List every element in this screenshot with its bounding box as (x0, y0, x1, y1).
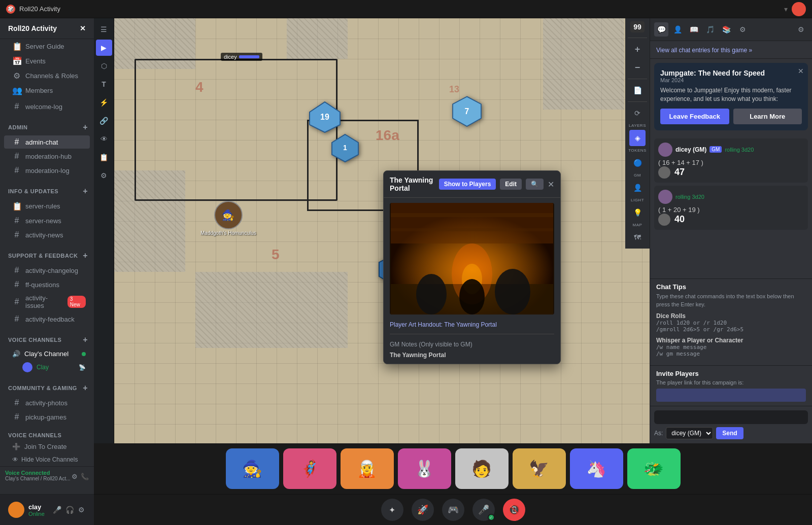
sidebar-item-server-guide[interactable]: 📋 Server Guide (4, 40, 90, 53)
gm-btn[interactable]: 👤 (629, 180, 646, 196)
player-card-1[interactable]: 🧙 (226, 448, 279, 489)
mic-ctrl-btn[interactable]: 🎤 (52, 505, 62, 515)
tab-journal[interactable]: 📖 (687, 22, 701, 37)
hash-icon-issues: # (12, 297, 21, 306)
character-token-maddgoth[interactable]: 🧙 Maddgoth's Homunculus (200, 201, 256, 236)
player-card-7[interactable]: 🦄 (570, 448, 623, 489)
add-voice-btn[interactable]: + (81, 334, 90, 345)
tab-jukebox[interactable]: 🎵 (703, 22, 717, 37)
tip-dice-title: Dice Rolls (656, 312, 806, 320)
chat-text-input[interactable] (659, 413, 803, 421)
right-panel: 💬 👤 📖 🎵 📚 ⚙ ⚙ View all chat entries for … (650, 18, 812, 443)
sidebar-item-server-news[interactable]: # server-news (4, 214, 90, 227)
sidebar-item-activity-photos[interactable]: # activity-photos (4, 396, 90, 409)
voice-settings-btn[interactable]: ⚙ (72, 473, 78, 480)
sidebar-item-welcome-log[interactable]: # welcome-log (4, 100, 90, 113)
eye-tool-btn[interactable]: 👁 (96, 131, 112, 147)
sidebar-item-members[interactable]: 👥 Members (4, 84, 90, 97)
add-admin-channel-btn[interactable]: + (81, 122, 90, 133)
mic-icon-btn[interactable]: 🎤 ✓ (472, 499, 495, 521)
sidebar-item-channels-roles[interactable]: ⚙ Channels & Roles (4, 69, 90, 83)
sidebar-item-activity-feedback[interactable]: # activity-feedback (4, 312, 90, 326)
play-tool-btn[interactable]: ▶ (96, 40, 112, 56)
sidebar-item-server-rules[interactable]: 📋 server-rules (4, 199, 90, 213)
layers-active-btn[interactable]: ◈ (629, 130, 646, 146)
refresh-tool-btn[interactable]: ⟳ (629, 105, 646, 121)
page-tool-btn[interactable]: 📄 (629, 82, 646, 98)
jumpgate-close-btn[interactable]: ✕ (798, 67, 804, 75)
room-number-5: 5 (272, 247, 280, 263)
handout-popup: The Yawning Portal Show to Players Edit … (383, 170, 561, 364)
sidebar-item-activity-issues[interactable]: # activity-issues 3 New (4, 292, 90, 311)
add-info-channel-btn[interactable]: + (81, 186, 90, 197)
leave-feedback-btn[interactable]: Leave Feedback (660, 109, 729, 124)
map-btn[interactable]: 🗺 (629, 229, 646, 246)
game-icon-btn[interactable]: 🎮 (442, 499, 464, 521)
sidebar-item-moderation-log[interactable]: # moderation-log (4, 164, 90, 177)
add-support-channel-btn[interactable]: + (81, 250, 90, 261)
sidebar-item-pickup-games[interactable]: # pickup-games (4, 410, 90, 424)
settings-tool-btn[interactable]: ⚙ (96, 167, 112, 184)
zoom-out-btn[interactable]: − (629, 59, 646, 76)
text-tool-btn[interactable]: T (96, 76, 112, 92)
voice-leave-btn[interactable]: 📞 (81, 473, 89, 480)
dice-token-3[interactable]: 7 (449, 94, 485, 130)
voice-channel-join-to-create[interactable]: ➕ Join To Create (4, 441, 90, 452)
close-handout-btn[interactable]: ✕ (548, 180, 554, 189)
player-card-5[interactable]: 🧑 (455, 448, 509, 489)
rocket-icon-btn[interactable]: 🚀 (412, 499, 434, 521)
sidebar-item-moderation-hub[interactable]: # moderation-hub (4, 150, 90, 163)
voice-user-clay[interactable]: Clay 📡 (4, 361, 90, 374)
player-card-3[interactable]: 🧝 (341, 448, 394, 489)
hash-icon-pickup: # (12, 412, 21, 422)
stream-icon: 📡 (79, 364, 86, 371)
player-card-8[interactable]: 🐲 (627, 448, 681, 489)
player-card-2[interactable]: 🦸 (283, 448, 336, 489)
map-canvas-area[interactable]: 4 16a 5 13 dicey 19 (94, 18, 650, 443)
sidebar-item-activity-news[interactable]: # activity-news (4, 228, 90, 241)
edit-handout-btn[interactable]: Edit (500, 179, 522, 190)
map-canvas[interactable]: 4 16a 5 13 dicey 19 (94, 18, 650, 443)
dice-token-2[interactable]: 1 (327, 130, 363, 165)
search-handout-btn[interactable]: 🔍 (526, 179, 544, 190)
activity-icon-btn[interactable]: ✦ (381, 499, 403, 521)
user-avatar-titlebar[interactable] (792, 2, 806, 16)
tab-settings[interactable]: ⚙ (735, 22, 750, 37)
sidebar-item-ff-questions[interactable]: # ff-questions (4, 278, 90, 291)
learn-more-btn[interactable]: Learn More (733, 109, 802, 124)
view-all-chat-link[interactable]: View all chat entries for this game » (656, 47, 752, 54)
send-btn[interactable]: Send (716, 427, 743, 439)
show-to-players-btn[interactable]: Show to Players (439, 179, 496, 190)
tab-chat[interactable]: 💬 (654, 22, 668, 37)
as-select[interactable]: dicey (GM) (666, 427, 713, 439)
tab-characters[interactable]: 👤 (670, 22, 685, 37)
player-card-6[interactable]: 🦅 (513, 448, 566, 489)
sidebar-item-activity-changelog[interactable]: # activity-changelog (4, 264, 90, 277)
link-tool-btn[interactable]: 🔗 (96, 113, 112, 129)
sidebar-item-admin-chat[interactable]: # admin-chat (4, 135, 90, 149)
add-community-btn[interactable]: + (81, 382, 90, 394)
server-header[interactable]: Roll20 Activity ✕ (0, 18, 94, 39)
handout-link[interactable]: Player Art Handout: The Yawning Portal (390, 321, 497, 328)
hangup-icon-btn[interactable]: 📵 (503, 499, 525, 521)
light-btn[interactable]: 💡 (629, 204, 646, 221)
tab-extra-settings[interactable]: ⚙ (794, 22, 808, 37)
player-card-4[interactable]: 🐰 (398, 448, 451, 489)
tokens-btn[interactable]: 🔵 (629, 155, 646, 171)
zoom-in-btn[interactable]: + (629, 41, 646, 57)
tab-compendium[interactable]: 📚 (719, 22, 733, 37)
lightning-tool-btn[interactable]: ⚡ (96, 94, 112, 111)
hex-tool-btn[interactable]: ⬡ (96, 58, 112, 74)
menu-tool-btn[interactable]: ☰ (96, 21, 112, 38)
invite-link-input[interactable] (656, 389, 806, 402)
settings-ctrl-btn[interactable]: ⚙ (77, 505, 86, 515)
titlebar-close-btn[interactable]: ▾ (784, 5, 788, 13)
sidebar-item-events[interactable]: 📅 Events (4, 54, 90, 68)
voice-channel-clays[interactable]: 🔊 Clay's Channel (4, 348, 90, 360)
user-panel[interactable]: clay Online 🎤 🎧 ⚙ (4, 499, 90, 521)
headset-ctrl-btn[interactable]: 🎧 (64, 505, 75, 515)
clipboard-tool-btn[interactable]: 📋 (96, 149, 112, 165)
hash-icon-photos: # (12, 398, 21, 407)
svg-point-17 (495, 269, 530, 314)
hide-voice-btn[interactable]: 👁 Hide Voice Channels (4, 454, 90, 465)
